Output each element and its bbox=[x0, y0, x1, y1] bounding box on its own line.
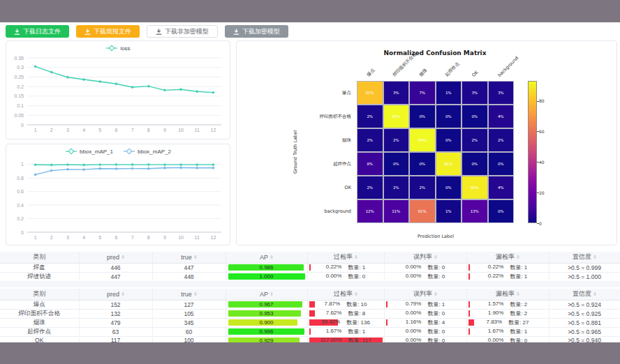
column-header-5[interactable]: 误判率 bbox=[384, 252, 466, 263]
column-header-0[interactable]: 类别 bbox=[0, 252, 79, 263]
sort-icon[interactable] bbox=[593, 292, 596, 296]
rate-cell: 0.00%数量: 0 bbox=[307, 272, 384, 281]
cm-row-label: OK bbox=[237, 185, 351, 190]
column-header-3[interactable]: AP bbox=[226, 289, 307, 300]
true-cell: 448 bbox=[152, 272, 226, 281]
legend-item-bbox_mAP_1[interactable]: bbox_mAP_1 bbox=[65, 148, 113, 155]
rate-cell: 0.00%数量: 0 bbox=[384, 272, 466, 281]
rate-count: 数量: 1 bbox=[510, 328, 527, 335]
colorbar bbox=[528, 81, 537, 223]
column-header-label: 漏检率 bbox=[496, 252, 515, 261]
rate-percent: 7.62% bbox=[326, 310, 342, 317]
cm-column-label: 起焊作点 bbox=[444, 61, 462, 78]
column-header-5[interactable]: 误判率 bbox=[384, 289, 466, 300]
rate-cell: 7.87%数量: 10 bbox=[307, 300, 384, 309]
rate-count: 数量: 2 bbox=[510, 301, 527, 308]
class-cell: 起焊作点 bbox=[0, 327, 79, 336]
column-header-6[interactable]: 漏检率 bbox=[466, 289, 549, 300]
svg-text:6: 6 bbox=[115, 235, 117, 240]
svg-text:0.2: 0.2 bbox=[17, 84, 24, 89]
legend-item-loss[interactable]: loss bbox=[105, 45, 130, 52]
svg-text:3: 3 bbox=[66, 235, 69, 240]
column-header-7[interactable]: 置信度 bbox=[549, 252, 620, 263]
sort-icon[interactable] bbox=[434, 255, 437, 259]
defect-metrics-table: 类别predtrueAP过检率误判率漏检率置信度爆点1521270.9677.8… bbox=[0, 289, 620, 345]
column-header-0[interactable]: 类别 bbox=[0, 289, 79, 300]
cm-cell: 1% bbox=[436, 81, 462, 105]
legend-marker-icon bbox=[123, 148, 135, 155]
rate-percent: 7.87% bbox=[324, 301, 340, 308]
download-unencrypted-model-button[interactable]: 下载非加密模型 bbox=[147, 25, 218, 38]
confidence-cell: >0.5 = 0.881 bbox=[549, 318, 620, 327]
legend-item-bbox_mAP_2[interactable]: bbox_mAP_2 bbox=[123, 148, 171, 155]
column-header-label: true bbox=[181, 254, 192, 261]
svg-text:4: 4 bbox=[82, 128, 85, 132]
ap-cell: 0.967 bbox=[226, 300, 307, 309]
column-header-3[interactable]: AP bbox=[226, 252, 307, 263]
column-header-6[interactable]: 漏检率 bbox=[466, 252, 549, 263]
sort-icon[interactable] bbox=[121, 255, 124, 259]
svg-text:1: 1 bbox=[21, 162, 24, 167]
rate-percent: 0.00% bbox=[406, 264, 422, 271]
cm-row-label: 起焊作点 bbox=[237, 161, 351, 167]
sort-icon[interactable] bbox=[517, 255, 519, 259]
sort-icon[interactable] bbox=[517, 292, 519, 296]
legend-marker-icon bbox=[105, 45, 118, 52]
sort-icon[interactable] bbox=[355, 292, 357, 296]
sort-icon[interactable] bbox=[194, 255, 197, 259]
bbox-map-chart-panel: bbox_mAP_1bbox_mAP_2 00.20.40.60.8112345… bbox=[6, 144, 230, 245]
sort-icon[interactable] bbox=[355, 255, 357, 259]
column-header-4[interactable]: 过检率 bbox=[307, 252, 384, 263]
pred-cell: 132 bbox=[79, 309, 152, 318]
confusion-matrix-x-axis-label: Prediction Label bbox=[357, 234, 515, 239]
rate-cell: 1.90%数量: 2 bbox=[466, 309, 549, 318]
rate-bar bbox=[468, 301, 470, 308]
download-log-file-button[interactable]: 下载日志文件 bbox=[6, 25, 69, 38]
column-header-1[interactable]: pred bbox=[79, 289, 152, 300]
column-header-label: 过检率 bbox=[334, 289, 353, 298]
rate-percent: 0.22% bbox=[326, 264, 342, 271]
sort-icon[interactable] bbox=[434, 292, 437, 296]
sort-icon[interactable] bbox=[270, 255, 273, 259]
class-cell: 烟珠 bbox=[0, 318, 79, 327]
colorbar-tick-label: 0 bbox=[539, 221, 542, 226]
column-header-7[interactable]: 置信度 bbox=[549, 289, 620, 300]
cm-column-label: 烟珠 bbox=[418, 67, 429, 78]
cm-cell: 0% bbox=[436, 105, 462, 128]
svg-text:0.1: 0.1 bbox=[17, 103, 24, 108]
rate-bar bbox=[468, 319, 475, 326]
rate-count: 数量: 136 bbox=[346, 319, 370, 326]
download-encrypted-model-button[interactable]: 下载加密模型 bbox=[225, 25, 288, 38]
rate-cell: 0.22%数量: 1 bbox=[466, 263, 549, 272]
download-report-file-button[interactable]: 下载简报文件 bbox=[76, 25, 140, 38]
rate-percent: 0.00% bbox=[406, 273, 422, 280]
sort-icon[interactable] bbox=[593, 255, 596, 259]
cm-cell: 81% bbox=[357, 81, 383, 105]
confusion-matrix-panel: Normalized Confusion Matrix Ground Truth… bbox=[236, 40, 617, 245]
column-header-2[interactable]: true bbox=[152, 252, 226, 263]
sort-icon[interactable] bbox=[194, 292, 197, 296]
column-header-label: 过检率 bbox=[334, 252, 353, 261]
svg-text:0.35: 0.35 bbox=[14, 56, 24, 61]
table-row: 焊缝轨迹4474481.0000.00%数量: 00.00%数量: 00.22%… bbox=[0, 272, 620, 281]
column-header-label: true bbox=[181, 291, 192, 298]
rate-bar bbox=[309, 310, 315, 317]
download-icon bbox=[14, 29, 20, 35]
rate-cell: 1.67%数量: 1 bbox=[307, 327, 384, 336]
rate-cell: 1.57%数量: 2 bbox=[466, 300, 549, 309]
bbox-map-line-chart: 00.20.40.60.81123456789101112 bbox=[6, 156, 230, 246]
svg-text:2: 2 bbox=[50, 235, 53, 240]
svg-text:0.05: 0.05 bbox=[14, 113, 24, 118]
sort-icon[interactable] bbox=[121, 292, 124, 296]
svg-text:5: 5 bbox=[98, 235, 101, 240]
column-header-4[interactable]: 过检率 bbox=[307, 289, 384, 300]
column-header-2[interactable]: true bbox=[152, 289, 226, 300]
column-header-1[interactable]: pred bbox=[79, 252, 152, 263]
colorbar-tick-label: 20 bbox=[539, 190, 545, 195]
cm-cell: 11% bbox=[383, 199, 410, 223]
rate-cell: 1.16%数量: 4 bbox=[384, 318, 466, 327]
rate-percent: 1.67% bbox=[326, 328, 342, 335]
rate-cell: 0.00%数量: 0 bbox=[384, 309, 466, 318]
sort-icon[interactable] bbox=[270, 292, 273, 296]
ap-cell: 1.000 bbox=[226, 272, 307, 281]
